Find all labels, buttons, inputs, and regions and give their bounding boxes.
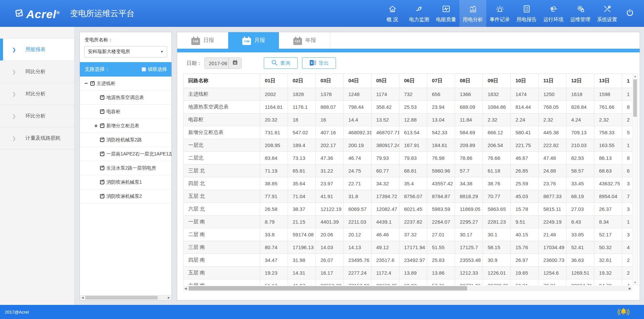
- value-cell: 77157.02: [344, 279, 371, 285]
- tree-item-label: 地源热泵空调总表: [106, 95, 144, 101]
- tree-horizontal-scrollbar[interactable]: ◀ ▶: [80, 295, 171, 300]
- export-button[interactable]: X 导出: [302, 57, 336, 69]
- query-button[interactable]: 查询: [264, 57, 298, 69]
- nav-item-2[interactable]: 电力监测: [406, 0, 433, 27]
- checked-checkbox-icon[interactable]: [100, 109, 104, 114]
- value-cell: 28700.25: [483, 279, 511, 285]
- date-picker-button[interactable]: [228, 58, 241, 69]
- checked-checkbox-icon[interactable]: [100, 152, 104, 156]
- checked-checkbox-icon[interactable]: [100, 124, 104, 128]
- value-cell: 13.04: [427, 113, 455, 126]
- nav-item-4[interactable]: 用电分析: [459, 0, 486, 27]
- sidebar-item-3[interactable]: ❯对比分析: [0, 83, 74, 105]
- tree-item[interactable]: 消防栓机械泵2路: [80, 133, 171, 147]
- scrollbar-thumb[interactable]: [633, 79, 637, 117]
- table-row: 五层 北77.9171.0441.9131.817394.728756.0787…: [184, 190, 633, 203]
- value-cell: 47.36: [316, 152, 344, 165]
- tab-monthly-report[interactable]: +1M 月报: [228, 32, 279, 49]
- tree-item[interactable]: +新增分立柜总表: [80, 119, 171, 133]
- value-cell: 23.94: [427, 101, 455, 113]
- nav-item-3[interactable]: 电能质量: [433, 0, 459, 27]
- date-input[interactable]: 2017-06: [205, 58, 228, 69]
- column-header-day: 03日: [316, 74, 344, 88]
- value-cell: 2002: [260, 88, 288, 101]
- branch-select-header: 支路选择： 级联选择: [80, 62, 171, 77]
- sidebar-item-1[interactable]: ❯用能报表: [0, 39, 74, 61]
- value-cell: 709.13: [566, 126, 594, 139]
- scroll-left-arrow[interactable]: ◀: [183, 286, 188, 291]
- checked-checkbox-icon[interactable]: [100, 95, 104, 100]
- checked-checkbox-icon[interactable]: [100, 138, 104, 142]
- value-cell: 12122.19: [316, 203, 344, 216]
- scroll-right-arrow[interactable]: ▶: [166, 295, 171, 300]
- tree-item[interactable]: −主进线柜: [80, 77, 171, 91]
- tree-item[interactable]: 一层南1APE2右一层北1APE1左: [80, 147, 171, 161]
- value-cell: 2.24: [511, 113, 539, 126]
- nav-item-label: 用电分析: [463, 16, 483, 23]
- value-cell: 8818.29: [455, 190, 483, 203]
- table-row: 一层 南8.7921.154401.392211.034439.12237.82…: [184, 216, 633, 228]
- cascade-select-toggle[interactable]: 级联选择: [142, 66, 167, 73]
- nav-item-6[interactable]: 用电报告: [513, 0, 540, 27]
- value-cell: 41.97: [288, 279, 316, 285]
- nav-item-9[interactable]: 系统设置: [594, 0, 621, 27]
- nav-item-5[interactable]: 事件记录: [486, 0, 513, 27]
- notification-bell-icon[interactable]: [617, 306, 630, 319]
- value-cell: 13.86: [427, 267, 455, 279]
- cascade-checkbox[interactable]: [142, 67, 146, 72]
- tab-yearly-report[interactable]: +1Y 年报: [279, 32, 330, 49]
- scroll-right-arrow[interactable]: ▶: [628, 286, 632, 291]
- value-cell: 17125.7: [455, 241, 483, 254]
- tree-item[interactable]: 生活水泵2路一层弱电房: [80, 161, 171, 175]
- value-cell: 71.19: [260, 165, 288, 177]
- sidebar-item-4[interactable]: ❯环比分析: [0, 105, 74, 127]
- station-select[interactable]: 安科瑞新大楼变电所 ▼: [84, 46, 167, 57]
- sidebar-item-2[interactable]: ❯同比分析: [0, 61, 74, 83]
- scroll-up-arrow[interactable]: ▲: [633, 74, 637, 79]
- scroll-left-arrow[interactable]: ◀: [80, 295, 85, 300]
- sidebar-item-5[interactable]: ❯计量及线路损耗: [0, 127, 74, 149]
- calendar-icon: [232, 59, 238, 67]
- value-cell: 1084.86: [483, 101, 511, 113]
- collapse-icon[interactable]: −: [85, 81, 90, 86]
- circuit-name-cell: 新增分立柜总表: [184, 126, 260, 139]
- tree-item[interactable]: 消防喷淋机械泵1: [80, 175, 171, 189]
- tree-item[interactable]: 消防喷淋机械泵2: [80, 189, 171, 203]
- table-row: 电容柜20.32181614.413.5212.8813.0411.842.32…: [184, 113, 633, 126]
- value-cell: 31.8: [344, 190, 371, 203]
- table-horizontal-scrollbar[interactable]: ◀ ▶: [183, 286, 632, 291]
- value-cell: 43632.75: [594, 177, 622, 190]
- value-cell: 26.97: [511, 254, 539, 267]
- page-title: 变电所运维云平台: [70, 0, 135, 27]
- value-cell: 37.32: [399, 228, 427, 241]
- tree-item[interactable]: 地源热泵空调总表: [80, 91, 171, 105]
- checked-checkbox-icon[interactable]: [100, 194, 104, 198]
- checked-checkbox-icon[interactable]: [100, 180, 104, 184]
- footer-bar: 2017@Acrel: [0, 305, 644, 319]
- tab-daily-report[interactable]: +1d 日报: [177, 32, 228, 49]
- scroll-down-arrow[interactable]: ▼: [633, 280, 637, 285]
- nav-item-1[interactable]: 概 况: [379, 0, 406, 27]
- station-name-label: 变电所名称：: [85, 37, 167, 43]
- scrollbar-thumb[interactable]: [85, 296, 158, 300]
- circuit-name-cell: 六层 南: [184, 279, 260, 285]
- checked-checkbox-icon[interactable]: [100, 166, 104, 170]
- value-cell: 61.18: [483, 165, 511, 177]
- checked-checkbox-icon[interactable]: [90, 81, 95, 86]
- value-cell: 468092.31: [344, 126, 371, 139]
- value-cell: 5983.59: [427, 203, 455, 216]
- nav-item-8[interactable]: 运维管理: [567, 0, 594, 27]
- value-cell-clipped: 3: [622, 203, 633, 216]
- power-button[interactable]: [621, 0, 639, 27]
- value-cell: 26.37: [594, 203, 622, 216]
- acrel-logo-icon: [14, 8, 24, 19]
- value-cell: 76.66: [483, 152, 511, 165]
- tree-item[interactable]: 电容柜: [80, 105, 171, 119]
- nav-item-7[interactable]: 运行环境: [540, 0, 567, 27]
- table-vertical-scrollbar[interactable]: ▲ ▼: [633, 74, 638, 285]
- sidebar-item-label: 同比分析: [26, 69, 46, 75]
- value-cell: 688.09: [455, 101, 483, 113]
- value-cell: 46.46: [371, 228, 399, 241]
- expand-icon[interactable]: +: [94, 123, 100, 129]
- scrollbar-thumb[interactable]: [189, 286, 467, 290]
